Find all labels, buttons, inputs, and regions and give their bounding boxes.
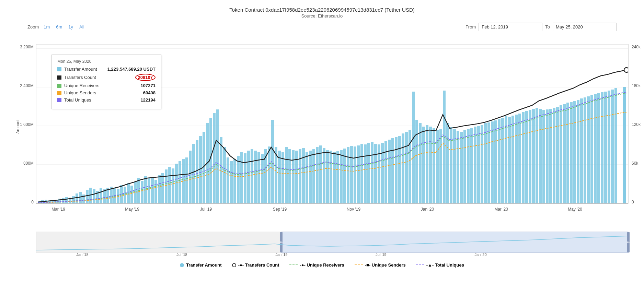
zoom-6m-button[interactable]: 6m (55, 24, 64, 30)
svg-rect-134 (405, 132, 408, 203)
svg-rect-187 (587, 96, 590, 203)
svg-text:Jul '19: Jul '19 (376, 252, 386, 257)
svg-rect-152 (467, 129, 470, 203)
svg-rect-85 (237, 156, 240, 203)
svg-rect-133 (402, 133, 404, 203)
to-date-input[interactable] (553, 23, 617, 31)
legend-transfer-amount-label: Transfer Amount (186, 262, 222, 268)
chart-title: Token Contract 0xdac17f958d2ee523a220620… (7, 7, 637, 13)
main-chart-area: 3 200M 2 400M 1 600M 800M 0 240k 180k 12… (14, 34, 630, 227)
chart-svg-container: 3 200M 2 400M 1 600M 800M 0 240k 180k 12… (14, 34, 630, 227)
unique-senders-color (57, 91, 61, 95)
svg-rect-135 (409, 130, 411, 203)
svg-rect-73 (196, 140, 198, 203)
svg-rect-128 (384, 141, 387, 203)
chart-container: Token Contract 0xdac17f958d2ee523a220620… (0, 3, 644, 271)
svg-rect-189 (594, 94, 597, 203)
svg-rect-65 (168, 167, 171, 203)
svg-rect-45 (100, 188, 102, 203)
svg-rect-163 (505, 116, 507, 203)
svg-text:Mar '19: Mar '19 (51, 207, 65, 212)
svg-rect-72 (192, 144, 195, 203)
svg-rect-66 (172, 168, 174, 203)
tooltip-row-total-uniques: Total Uniques 122194 (57, 97, 156, 103)
legend-unique-senders-line (355, 264, 363, 266)
svg-rect-149 (457, 131, 459, 203)
svg-rect-59 (148, 178, 150, 203)
svg-rect-90 (254, 151, 257, 203)
svg-rect-153 (470, 128, 473, 203)
svg-rect-87 (244, 153, 246, 203)
transfer-amount-label: Transfer Amount (64, 67, 105, 72)
svg-rect-113 (333, 152, 336, 203)
legend-unique-receivers-label: -●- Unique Receivers (300, 262, 344, 268)
svg-rect-181 (566, 103, 569, 203)
svg-rect-111 (326, 150, 329, 203)
svg-rect-190 (597, 93, 600, 203)
svg-text:⇔: ⇔ (280, 240, 283, 244)
tooltip-row-unique-senders: Unique Senders 60408 (57, 90, 156, 95)
svg-rect-57 (141, 181, 143, 203)
svg-rect-186 (584, 97, 586, 203)
svg-rect-157 (484, 123, 487, 203)
svg-text:Jul '19: Jul '19 (200, 207, 212, 212)
navigator-svg[interactable]: Jan '18 Jul '18 Jan '19 Jul '19 Jan '20 … (14, 230, 644, 258)
legend-unique-senders-label: -■- Unique Senders (365, 262, 406, 268)
svg-rect-184 (577, 100, 579, 203)
svg-rect-196 (623, 87, 626, 203)
svg-rect-159 (491, 121, 494, 203)
zoom-all-button[interactable]: All (78, 24, 85, 30)
svg-rect-188 (590, 95, 593, 203)
svg-rect-145 (443, 91, 446, 203)
unique-receivers-value: 107271 (141, 83, 156, 88)
legend-transfers-count: -●- Transfers Count (232, 262, 279, 268)
transfer-amount-value: 1,223,547,689.20 USDT (107, 67, 156, 72)
svg-rect-139 (422, 127, 425, 203)
svg-rect-193 (608, 91, 610, 203)
legend-total-uniques: -▲- Total Uniques (416, 262, 464, 268)
svg-text:2 400M: 2 400M (20, 83, 34, 88)
svg-rect-132 (398, 136, 401, 203)
svg-rect-117 (347, 147, 349, 203)
svg-rect-122 (364, 144, 367, 203)
svg-rect-119 (354, 146, 356, 203)
from-date-input[interactable] (479, 23, 542, 31)
navigator-container[interactable]: Jan '18 Jul '18 Jan '19 Jul '19 Jan '20 … (14, 230, 630, 259)
svg-rect-166 (515, 115, 518, 203)
svg-rect-202 (281, 232, 628, 252)
svg-rect-171 (532, 109, 535, 203)
svg-rect-74 (199, 136, 202, 203)
svg-rect-180 (563, 104, 566, 203)
svg-rect-161 (498, 119, 501, 203)
svg-rect-78 (213, 113, 216, 203)
svg-rect-89 (251, 149, 253, 203)
tooltip-box: Mon 25, May 2020 Transfer Amount 1,223,5… (51, 55, 161, 109)
zoom-1m-button[interactable]: 1m (42, 24, 51, 30)
svg-rect-38 (76, 193, 78, 203)
svg-rect-174 (542, 110, 545, 203)
svg-rect-81 (223, 147, 226, 203)
svg-text:180k: 180k (632, 83, 641, 88)
svg-rect-172 (536, 108, 538, 203)
svg-rect-94 (268, 146, 271, 203)
svg-rect-147 (450, 127, 452, 203)
svg-rect-41 (86, 190, 89, 203)
svg-rect-125 (374, 144, 377, 203)
zoom-1y-button[interactable]: 1y (67, 24, 74, 30)
svg-rect-79 (216, 109, 219, 203)
svg-text:May '20: May '20 (568, 207, 582, 212)
svg-rect-162 (501, 118, 504, 203)
svg-rect-195 (614, 88, 617, 203)
tooltip-row-transfer-amount: Transfer Amount 1,223,547,689.20 USDT (57, 67, 156, 72)
legend-unique-senders: -■- Unique Senders (355, 262, 406, 268)
svg-text:0: 0 (632, 200, 634, 204)
svg-text:Jan '20: Jan '20 (421, 207, 434, 212)
svg-rect-168 (522, 112, 525, 203)
svg-rect-165 (511, 116, 514, 203)
svg-rect-82 (227, 157, 229, 203)
svg-text:240k: 240k (632, 45, 641, 49)
svg-rect-112 (330, 151, 332, 203)
transfers-count-highlighted: 208107 (135, 74, 156, 81)
svg-rect-146 (446, 123, 449, 203)
svg-text:60k: 60k (632, 161, 639, 166)
